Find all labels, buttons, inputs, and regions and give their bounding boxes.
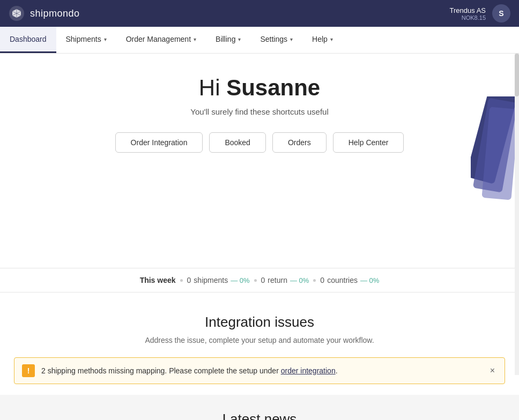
user-area: Trendus AS NOK8.15 S — [450, 4, 510, 22]
latest-news-title: Latest news — [11, 411, 508, 420]
nav-item-shipments[interactable]: Shipments ▾ — [56, 27, 116, 53]
nav-label-settings: Settings — [260, 35, 287, 43]
orders-button[interactable]: Orders — [272, 132, 327, 153]
user-name: Trendus AS — [450, 6, 486, 14]
scrollbar-track[interactable] — [515, 54, 519, 375]
nav-item-dashboard[interactable]: Dashboard — [0, 27, 56, 53]
stats-separator-3 — [313, 279, 316, 282]
shipmondo-logo-icon — [9, 5, 25, 21]
logo-text: shipmondo — [30, 8, 80, 19]
countries-label: countries — [327, 276, 358, 284]
nav-label-shipments: Shipments — [66, 35, 101, 43]
return-label: return — [268, 276, 287, 284]
alert-close-button[interactable]: × — [488, 366, 497, 376]
chevron-down-icon: ▾ — [104, 36, 107, 42]
shortcut-buttons: Order Integration Booked Orders Help Cen… — [115, 132, 404, 153]
user-avatar[interactable]: S — [492, 4, 510, 22]
shipments-count: 0 — [187, 276, 191, 284]
nav-label-order-management: Order Management — [126, 35, 191, 43]
shipments-stat: 0 shipments — 0% — [187, 276, 250, 284]
chevron-down-icon: ▾ — [238, 36, 241, 42]
shipments-percent: — 0% — [231, 276, 249, 284]
order-integration-button[interactable]: Order Integration — [115, 132, 203, 153]
greeting-prefix: Hi — [199, 75, 226, 100]
nav-item-billing[interactable]: Billing ▾ — [206, 27, 250, 53]
integration-section: Integration issues Address the issue, co… — [0, 292, 519, 395]
alert-banner: ! 2 shipping methods missing mapping. Pl… — [14, 357, 505, 384]
nav-item-settings[interactable]: Settings ▾ — [250, 27, 302, 53]
countries-count: 0 — [320, 276, 324, 284]
hero-section: Hi Susanne You'll surely find these shor… — [0, 54, 519, 268]
nav-label-help: Help — [312, 35, 328, 43]
alert-text-before: 2 shipping methods missing mapping. Plea… — [41, 366, 281, 375]
nav-item-help[interactable]: Help ▾ — [302, 27, 343, 53]
chevron-down-icon: ▾ — [194, 36, 196, 42]
user-balance: NOK8.15 — [450, 14, 486, 21]
booked-button[interactable]: Booked — [209, 132, 265, 153]
stats-separator-2 — [254, 279, 257, 282]
return-stat: 0 return — 0% — [261, 276, 309, 284]
nav-bar: Dashboard Shipments ▾ Order Management ▾… — [0, 27, 519, 54]
stats-bar: This week 0 shipments — 0% 0 return — 0%… — [0, 268, 519, 292]
nav-label-dashboard: Dashboard — [10, 35, 47, 43]
return-count: 0 — [261, 276, 265, 284]
countries-stat: 0 countries — 0% — [320, 276, 379, 284]
integration-subtitle: Address the issue, complete your setup a… — [145, 336, 374, 344]
alert-text-after: . — [336, 366, 338, 375]
hero-subtitle: You'll surely find these shortcuts usefu… — [190, 107, 328, 116]
help-center-button[interactable]: Help Center — [333, 132, 404, 153]
logo-area[interactable]: shipmondo — [9, 5, 80, 21]
integration-title: Integration issues — [205, 314, 314, 331]
nav-item-order-management[interactable]: Order Management ▾ — [116, 27, 206, 53]
decorative-bookmark — [471, 96, 519, 204]
greeting-name: Susanne — [226, 75, 320, 100]
alert-link[interactable]: order integration — [281, 366, 336, 375]
scrollbar-thumb[interactable] — [515, 54, 519, 96]
latest-news-section: Latest news FORTNITE — [0, 395, 519, 420]
warning-icon: ! — [22, 364, 35, 377]
countries-percent: — 0% — [360, 276, 379, 284]
chevron-down-icon: ▾ — [290, 36, 293, 42]
shipments-label: shipments — [194, 276, 228, 284]
top-bar: shipmondo Trendus AS NOK8.15 S — [0, 0, 519, 27]
hero-greeting: Hi Susanne — [199, 75, 320, 101]
return-percent: — 0% — [290, 276, 309, 284]
chevron-down-icon: ▾ — [330, 36, 333, 42]
stats-separator-1 — [180, 279, 183, 282]
alert-text: 2 shipping methods missing mapping. Plea… — [41, 366, 481, 375]
user-info: Trendus AS NOK8.15 — [450, 6, 486, 21]
nav-label-billing: Billing — [216, 35, 235, 43]
stats-period-label: This week — [140, 276, 176, 284]
